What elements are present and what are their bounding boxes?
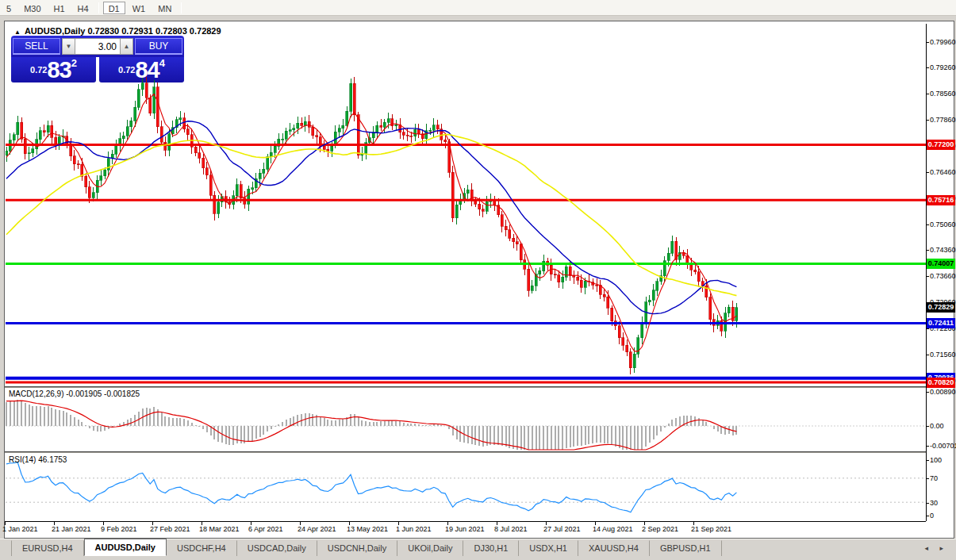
rsi-tick-label: 100 <box>930 456 955 464</box>
price-tick-label: 0.79960 <box>930 38 955 46</box>
macd-tick-label: 0.00 <box>930 422 955 430</box>
price-tick-label: 0.76460 <box>930 168 955 176</box>
chart-tab-usdx[interactable]: USDX,H1 <box>519 540 578 556</box>
price-level-badge: 0.70820 <box>927 378 955 388</box>
date-label: 27 Feb 2021 <box>150 525 190 533</box>
macd-tick-mark <box>926 392 929 393</box>
macd-tick-label: 0.00890 <box>930 388 955 396</box>
date-label: 19 Jun 2021 <box>445 525 485 533</box>
chart-tab-dj30[interactable]: DJ30,H1 <box>463 540 519 556</box>
tab-scroll-arrows: ◂ ▸ <box>924 544 948 552</box>
price-tick-label: 0.71560 <box>930 351 955 359</box>
price-tick-mark <box>926 224 929 225</box>
chart-tab-bar: EURUSD,H4AUDUSD,DailyUSDCHF,H4USDCAD,Dai… <box>0 539 956 556</box>
chart-tab-eurusd[interactable]: EURUSD,H4 <box>11 540 84 556</box>
price-level-badge: 0.74007 <box>927 259 955 269</box>
rsi-tick-label: 30 <box>930 499 955 507</box>
macd-tick-mark <box>926 426 929 427</box>
macd-tick-label: -0.00701 <box>930 442 955 450</box>
price-tick-mark <box>926 355 929 355</box>
timeframe-button-w1[interactable]: W1 <box>127 2 152 14</box>
chart-tab-audusd[interactable]: AUDUSD,Daily <box>84 539 167 556</box>
chart-tab-usdcad[interactable]: USDCAD,Daily <box>237 540 317 556</box>
date-axis: 1 Jan 202121 Jan 20219 Feb 202127 Feb 20… <box>5 521 926 538</box>
tab-scroll-right-icon[interactable]: ▸ <box>933 544 948 552</box>
timeframe-button-h4[interactable]: H4 <box>72 2 94 14</box>
price-tick-label: 0.78560 <box>930 90 955 98</box>
chart-tab-gbpusd[interactable]: GBPUSD,H1 <box>650 540 722 556</box>
price-tick-mark <box>926 328 929 329</box>
price-level-badge: 0.77200 <box>927 140 955 150</box>
timeframe-button-5[interactable]: 5 <box>1 2 17 14</box>
date-label: 9 Feb 2021 <box>101 525 137 533</box>
price-tick-mark <box>926 42 929 43</box>
price-chart-pane[interactable] <box>6 24 926 385</box>
timeframe-toolbar: 5M30H1H4D1W1MN <box>0 0 956 16</box>
timeframe-button-m30[interactable]: M30 <box>18 2 46 14</box>
price-tick-mark <box>926 172 929 173</box>
rsi-tick-mark <box>926 478 929 479</box>
date-label: 27 Jul 2021 <box>543 525 581 533</box>
mt4-terminal: 5M30H1H4D1W1MN ▲AUDUSD,Daily 0.72830 0.7… <box>0 0 956 560</box>
date-label: 13 May 2021 <box>347 525 388 533</box>
price-tick-mark <box>926 276 929 277</box>
toolbar-separator <box>181 2 182 13</box>
price-tick-label: 0.73660 <box>930 272 955 280</box>
timeframe-button-mn[interactable]: MN <box>152 2 177 14</box>
price-tick-mark <box>926 120 929 121</box>
rsi-tick-mark <box>926 460 929 461</box>
rsi-tick-mark <box>926 516 929 516</box>
price-level-badge: 0.75716 <box>927 195 955 205</box>
date-label: 1 Jan 2021 <box>2 525 38 533</box>
rsi-tick-label: 70 <box>930 474 955 482</box>
timeframe-button-d1[interactable]: D1 <box>103 2 125 14</box>
date-label: 8 Jul 2021 <box>494 525 528 533</box>
macd-pane[interactable] <box>6 388 926 451</box>
date-label: 24 Apr 2021 <box>298 525 336 533</box>
macd-tick-mark <box>926 446 929 447</box>
timeframe-button-h1[interactable]: H1 <box>48 2 71 14</box>
rsi-pane[interactable] <box>6 453 926 520</box>
tab-scroll-left-icon[interactable]: ◂ <box>924 544 933 552</box>
price-level-badge: 0.72411 <box>927 318 955 328</box>
price-tick-label: 0.75060 <box>930 221 955 228</box>
date-label: 21 Sep 2021 <box>691 525 731 533</box>
rsi-tick-mark <box>926 503 929 504</box>
price-tick-mark <box>926 250 929 251</box>
chart-tab-ukoil[interactable]: UKOil,Daily <box>397 540 463 556</box>
chart-tab-usdcnh[interactable]: USDCNH,Daily <box>317 540 398 556</box>
toolbar-separator <box>98 2 99 13</box>
chart-tab-usdchf[interactable]: USDCHF,H4 <box>167 540 237 556</box>
date-label: 14 Aug 2021 <box>593 525 633 533</box>
date-label: 21 Jan 2021 <box>52 525 91 533</box>
macd-label: MACD(12,26,9) -0.001905 -0.001825 <box>9 389 140 398</box>
rsi-label: RSI(14) 46.1753 <box>9 455 67 464</box>
chart-tab-xauusd[interactable]: XAUUSD,H4 <box>578 540 650 556</box>
price-tick-label: 0.77860 <box>930 116 955 124</box>
date-label: 1 Jun 2021 <box>396 525 432 533</box>
price-tick-label: 0.74360 <box>930 246 955 254</box>
price-tick-label: 0.79260 <box>930 63 955 71</box>
date-label: 2 Sep 2021 <box>642 525 678 533</box>
date-label: 18 Mar 2021 <box>199 525 240 533</box>
price-tick-mark <box>926 67 929 68</box>
current-price-badge: 0.72829 <box>927 302 955 313</box>
date-label: 6 Apr 2021 <box>248 525 283 533</box>
rsi-tick-label: 0 <box>930 512 955 520</box>
price-tick-mark <box>926 94 929 94</box>
